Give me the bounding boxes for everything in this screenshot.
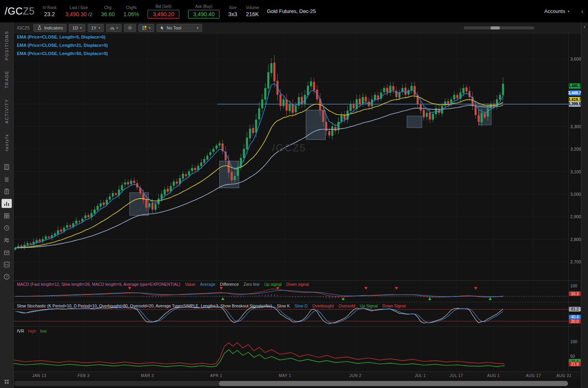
stat-value: 1.06% (123, 11, 139, 17)
sidebar-tool-grid[interactable] (2, 211, 12, 220)
sidebar-tool-fx[interactable]: Fx (2, 260, 12, 269)
macd-label[interactable]: MACD (Fast length=12, Slow length=26, MA… (17, 282, 309, 287)
ema5-label[interactable]: EMA (Price=CLOSE, Length=5, Displace=0) (17, 35, 105, 39)
svg-text:3,480.3: 3,480.3 (568, 84, 581, 88)
sidebar-tool-help[interactable]: ? (2, 272, 12, 281)
cursor-icon (160, 26, 165, 30)
accounts-label: Accounts (544, 8, 565, 14)
header-stats: IV Rank23.2Last / Size3,490.30 /2Chg36.6… (42, 4, 259, 18)
svg-text:3,399.5: 3,399.5 (568, 102, 581, 106)
flask-icon (37, 25, 42, 30)
time-axis-label: JUN 2 (349, 373, 361, 378)
stochastic-label[interactable]: Slow Stochastic (K Period=10, D Period=1… (17, 303, 406, 308)
ema21-label[interactable]: EMA (Price=CLOSE, Length=21, Displace=0) (17, 43, 108, 48)
stat-label: Ask (Buy) (195, 4, 212, 9)
sidebar-tool-clipboard[interactable] (2, 187, 12, 196)
highlight-zone[interactable] (407, 116, 422, 128)
sidebar-tool-list[interactable] (2, 175, 12, 184)
chevron-down-icon: ▾ (80, 26, 82, 30)
symbol-contract: Z5 (23, 6, 35, 17)
stat-value[interactable]: 3,490.20 (147, 10, 179, 18)
symbol-title: /GCZ5 (5, 6, 35, 17)
indicators-label: Indicators (44, 26, 63, 30)
gear-icon (127, 25, 133, 30)
chart-watermark: /GCZ5 (272, 142, 306, 154)
chart-settings-button[interactable] (124, 24, 136, 32)
sidebar-tab-activity[interactable]: ACTIVITY (4, 94, 9, 129)
stat-label: Chg% (126, 6, 136, 10)
ivr-axis-label: 100 (570, 339, 577, 344)
svg-text:20.0: 20.0 (571, 319, 579, 324)
help-icon: ? (4, 274, 10, 280)
svg-text:?: ? (6, 275, 7, 279)
stat-value: 216K (246, 11, 259, 17)
tool-value: No Tool (167, 26, 181, 30)
sidebar-tab-positions[interactable]: POSITIONS (4, 26, 9, 65)
layout-grid-icon (142, 26, 147, 30)
svg-text:21.9: 21.9 (571, 362, 579, 366)
ivr-axis-label: 50 (570, 354, 575, 359)
right-collapse-rail[interactable]: ‹ (581, 22, 588, 388)
drawing-tool-dropdown[interactable]: No Tool ▾ (157, 24, 202, 32)
stat-last-size: Last / Size3,490.30 /2 (65, 6, 92, 17)
time-axis-label: AUG 31 (556, 373, 571, 378)
clock-icon (4, 225, 10, 231)
sidebar-tool-clock[interactable] (2, 223, 12, 232)
accounts-menu[interactable]: Accounts▾ (544, 8, 570, 14)
timeframe-value: 1D (72, 26, 78, 30)
left-sidebar: POSITIONSTRADEACTIVITYtastyfx Fx? (0, 22, 14, 388)
stat-value: 23.2 (44, 11, 55, 17)
sidebar-bottom-grid-icon[interactable] (4, 379, 9, 386)
zoom-slider-thumb[interactable] (490, 26, 500, 29)
scrollbar-thumb[interactable] (219, 381, 568, 386)
stat-value[interactable]: 3,490.40 (188, 10, 220, 18)
chart-zoom-slider[interactable] (464, 26, 535, 29)
ema50-label[interactable]: EMA (Price=CLOSE, Length=50, Displace=0) (17, 51, 108, 56)
price-axis-label: 2,800 (570, 237, 581, 242)
stat-label: Last / Size (70, 6, 88, 10)
clipboard-icon (4, 188, 10, 195)
application-window: /GCZ5 IV Rank23.2Last / Size3,490.30 /2C… (0, 0, 588, 388)
time-axis-label: MAY 1 (279, 373, 291, 378)
chart-gadget: /GCZ5 Indicators 1D▾ 1Y▾ ▾ ▾ (14, 22, 581, 388)
ivr-label[interactable]: IVRhighlow (17, 329, 47, 333)
sidebar-tool-calculator[interactable] (2, 162, 12, 171)
price-axis-label: 3,300 (570, 124, 581, 129)
contract-description: Gold Futures, Dec-25 (267, 8, 315, 14)
price-axis-label: 3,600 (570, 57, 581, 61)
chevron-down-icon: ▾ (98, 26, 100, 30)
sidebar-tool-archive[interactable] (2, 248, 12, 257)
chevron-down-icon: ▾ (116, 26, 118, 30)
stat-ask[interactable]: Ask (Buy)3,490.40 (188, 4, 220, 18)
stat-suffix: /2 (87, 11, 92, 17)
svg-text:10.3: 10.3 (571, 292, 579, 296)
stat-iv-rank: IV Rank23.2 (42, 6, 57, 17)
list-icon (4, 176, 10, 182)
timeframe-dropdown[interactable]: 1D▾ (69, 24, 85, 32)
stat-bid[interactable]: Bid (Sell)3,490.20 (147, 4, 179, 18)
collapse-panel-icon[interactable]: ‹ (581, 8, 583, 15)
quote-header: /GCZ5 IV Rank23.2Last / Size3,490.30 /2C… (0, 0, 588, 22)
sidebar-tab-trade[interactable]: TRADE (4, 65, 9, 94)
time-axis-label: FEB 3 (78, 373, 90, 378)
svg-text:3,419.7: 3,419.7 (568, 97, 581, 102)
chart-style-dropdown[interactable]: ▾ (106, 24, 122, 32)
sidebar-tabs: POSITIONSTRADEACTIVITYtastyfx (4, 22, 9, 156)
range-dropdown[interactable]: 1Y▾ (88, 24, 104, 32)
time-axis-label: JAN 13 (32, 373, 46, 378)
price-axis-label: 3,000 (570, 192, 581, 197)
indicators-button[interactable]: Indicators (33, 24, 66, 32)
layout-dropdown[interactable]: ▾ (138, 24, 154, 32)
stat-size: Size3x3 (228, 6, 237, 17)
price-axis-label: 3,200 (570, 147, 581, 151)
archive-icon (4, 249, 10, 256)
sidebar-tab-tastyfx[interactable]: tastyfx (4, 129, 9, 156)
stat-chg-pct: Chg%1.06% (123, 6, 139, 17)
bar-chart-icon (110, 26, 114, 30)
stat-value: 3,490.30 /2 (65, 11, 92, 17)
chevron-down-icon: ▾ (197, 26, 199, 30)
chart-canvas[interactable]: /GCZ5EMA (Price=CLOSE, Length=5, Displac… (14, 33, 581, 388)
time-axis-label: AUG 1 (487, 373, 500, 378)
sidebar-tool-chart[interactable] (2, 199, 12, 208)
sidebar-tool-people[interactable] (2, 235, 12, 245)
